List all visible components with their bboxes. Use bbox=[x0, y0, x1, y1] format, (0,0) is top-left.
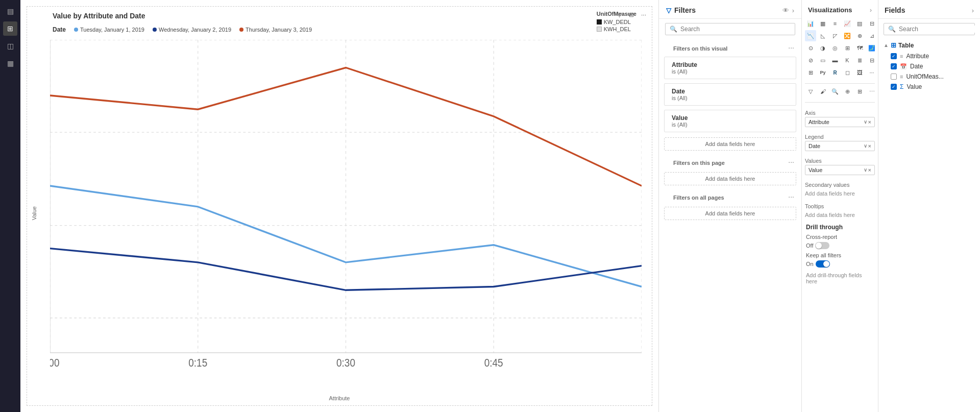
filters-visual-more[interactable]: ··· bbox=[788, 43, 794, 52]
fields-table-header[interactable]: ▲ ⊞ Table bbox=[878, 39, 980, 51]
viz-icon-r[interactable]: R bbox=[829, 67, 841, 78]
filter-item-attribute[interactable]: Attribute is (All) bbox=[664, 57, 796, 79]
sidebar-icon-model[interactable]: ◫ bbox=[3, 39, 17, 53]
focus-icon[interactable]: ⊡ bbox=[626, 10, 636, 20]
viz-icon-matrix[interactable]: ⊞ bbox=[805, 67, 816, 78]
viz-values-dropdown[interactable]: ∨ bbox=[864, 167, 867, 173]
viz-panel-title: Visualizations bbox=[808, 6, 852, 14]
viz-icon-pie[interactable]: ◑ bbox=[817, 42, 828, 54]
viz-icon-funnel[interactable]: ⊿ bbox=[866, 30, 877, 41]
filter-item-value[interactable]: Value is (All) bbox=[664, 110, 796, 132]
viz-icon-analytics[interactable]: 🔍 bbox=[829, 86, 841, 97]
viz-legend-value[interactable]: Date ∨ × bbox=[805, 141, 875, 151]
viz-legend-remove[interactable]: × bbox=[868, 143, 871, 149]
viz-axis-value[interactable]: Attribute ∨ × bbox=[805, 117, 875, 127]
filter-add-page[interactable]: Add data fields here bbox=[664, 172, 796, 185]
viz-values-remove[interactable]: × bbox=[868, 167, 871, 173]
field-item-value[interactable]: ✓ Σ Value bbox=[878, 82, 980, 92]
cross-report-label: Cross-report bbox=[806, 234, 837, 240]
fields-search-input[interactable] bbox=[899, 26, 975, 33]
filter-panel-header: ▽ Filters 👁 › bbox=[659, 0, 801, 19]
viz-icon-treemap[interactable]: ⊞ bbox=[842, 42, 853, 54]
viz-icon-col-100[interactable]: ⊟ bbox=[866, 18, 877, 29]
cross-report-toggle[interactable]: Off bbox=[806, 242, 874, 249]
viz-icon-image[interactable]: 🖼 bbox=[854, 67, 865, 78]
filter-add-visual[interactable]: Add data fields here bbox=[664, 137, 796, 151]
field-item-date[interactable]: ✓ 📅 Date bbox=[878, 61, 980, 71]
viz-icon-ribbon[interactable]: 🔀 bbox=[842, 30, 853, 41]
cross-report-track[interactable] bbox=[815, 242, 829, 249]
chart-legend-dates: Date Tuesday, January 1, 2019 Wednesday,… bbox=[53, 26, 312, 33]
viz-icon-line[interactable]: 📉 bbox=[805, 30, 816, 41]
viz-icon-col-clustered[interactable]: 📈 bbox=[842, 18, 853, 29]
viz-icon-col-stacked[interactable]: ▤ bbox=[854, 18, 865, 29]
viz-values-value[interactable]: Value ∨ × bbox=[805, 165, 875, 175]
viz-icon-scatter[interactable]: ⊙ bbox=[805, 42, 816, 54]
field-item-attribute[interactable]: ✓ ≡ Attribute bbox=[878, 51, 980, 61]
viz-icon-addvis[interactable]: ⊕ bbox=[842, 86, 853, 97]
viz-icon-donut[interactable]: ◎ bbox=[829, 42, 841, 54]
viz-icon-shape[interactable]: ◻ bbox=[842, 67, 853, 78]
viz-tooltips-add[interactable]: Add data fields here bbox=[805, 210, 875, 220]
field-check-unit bbox=[891, 74, 897, 80]
field-item-unitofmeasure[interactable]: ≡ UnitOfMeas... bbox=[878, 71, 980, 82]
viz-values-section: Values Value ∨ × bbox=[805, 156, 875, 177]
filter-value-value: is (All) bbox=[672, 122, 789, 128]
viz-icon-multirow-card[interactable]: ▬ bbox=[829, 55, 841, 66]
drill-through-add[interactable]: Add drill-through fields here bbox=[806, 271, 874, 286]
field-icon-date: 📅 bbox=[900, 63, 907, 70]
filter-attr-title: Attribute bbox=[672, 61, 789, 68]
filters-page-more[interactable]: ··· bbox=[788, 158, 794, 166]
viz-icon-bar-100[interactable]: ≡ bbox=[829, 18, 841, 29]
filter-eye-icon[interactable]: 👁 bbox=[782, 7, 789, 14]
viz-axis-remove[interactable]: × bbox=[868, 119, 871, 125]
date-legend-3: Thursday, January 3, 2019 bbox=[239, 27, 312, 33]
viz-icon-map[interactable]: 🗺 bbox=[854, 42, 865, 54]
filters-all-more[interactable]: ··· bbox=[788, 192, 794, 201]
table-expand-icon[interactable]: ▲ bbox=[884, 42, 889, 48]
fields-expand-icon[interactable]: › bbox=[972, 7, 974, 14]
viz-icon-gauge[interactable]: ⊘ bbox=[805, 55, 816, 66]
viz-icon-bar-stacked[interactable]: ▦ bbox=[817, 18, 828, 29]
viz-icon-bar-clustered[interactable]: 📊 bbox=[805, 18, 816, 29]
field-check-date: ✓ bbox=[891, 63, 897, 69]
more-options-icon[interactable]: ··· bbox=[639, 10, 649, 20]
viz-icon-area-stacked[interactable]: ◸ bbox=[829, 30, 841, 41]
viz-icon-format[interactable]: 🖌 bbox=[817, 86, 828, 97]
viz-icon-field-drill[interactable]: ⊞ bbox=[854, 86, 865, 97]
filter-item-date[interactable]: Date is (All) bbox=[664, 83, 796, 106]
viz-legend-dropdown[interactable]: ∨ bbox=[864, 143, 867, 149]
filter-expand-icon[interactable]: › bbox=[792, 7, 794, 14]
chart-container: Value by Attribute and Date Date Tuesday… bbox=[27, 6, 652, 406]
viz-axis-dropdown[interactable]: ∨ bbox=[864, 119, 867, 125]
viz-icon-card[interactable]: ▭ bbox=[817, 55, 828, 66]
viz-expand-icon[interactable]: › bbox=[870, 7, 872, 14]
fields-search-box[interactable]: 🔍 bbox=[884, 23, 975, 35]
viz-icon-more[interactable]: ··· bbox=[866, 67, 877, 78]
filter-search-input[interactable] bbox=[680, 26, 791, 33]
keep-filters-toggle[interactable]: On bbox=[806, 260, 874, 268]
sidebar-icon-chart[interactable]: ⊞ bbox=[3, 21, 17, 36]
viz-icon-area[interactable]: ◺ bbox=[817, 30, 828, 41]
viz-icon-filters2[interactable]: ▽ bbox=[805, 86, 816, 97]
viz-icon-kpi[interactable]: K bbox=[842, 55, 853, 66]
filter-search-box[interactable]: 🔍 bbox=[665, 23, 795, 35]
viz-icon-waterfall[interactable]: ⊕ bbox=[854, 30, 865, 41]
filter-panel-actions: 👁 › bbox=[782, 7, 794, 14]
viz-icon-more2[interactable]: ⋯ bbox=[866, 86, 877, 97]
viz-icon-filled-map[interactable]: 🗾 bbox=[866, 42, 877, 54]
sidebar-icon-table[interactable]: ▤ bbox=[3, 4, 17, 18]
filter-add-all[interactable]: Add data fields here bbox=[664, 207, 796, 220]
filter-panel-title: ▽ Filters bbox=[666, 6, 696, 14]
viz-icon-slicer[interactable]: ≣ bbox=[854, 55, 865, 66]
viz-icon-py[interactable]: Py bbox=[817, 67, 828, 78]
viz-secondary-add[interactable]: Add data fields here bbox=[805, 189, 875, 198]
filter-icon[interactable]: ▽ bbox=[614, 10, 624, 20]
legend-box-2 bbox=[597, 27, 602, 32]
sidebar-icon-data[interactable]: ▦ bbox=[3, 56, 17, 70]
date-dot-1 bbox=[74, 28, 78, 32]
viz-icon-table[interactable]: ⊟ bbox=[866, 55, 877, 66]
filters-on-page-header: Filters on this page ··· bbox=[659, 154, 801, 169]
keep-filters-track[interactable] bbox=[816, 260, 830, 268]
date-dot-2 bbox=[153, 28, 157, 32]
